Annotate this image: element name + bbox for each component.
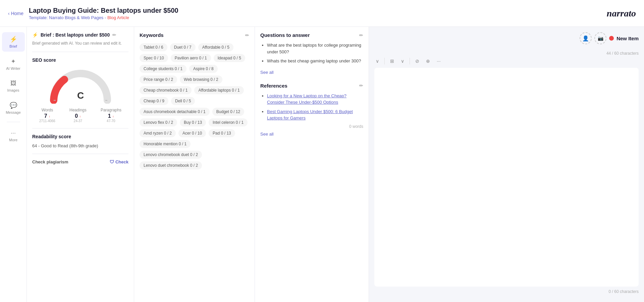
headings-arrow: ↑ — [79, 115, 81, 118]
check-plagiarism-button[interactable]: 🛡 Check — [110, 159, 128, 164]
references-edit-icon[interactable]: ✏ — [359, 83, 363, 88]
readability-title: Readability score — [32, 134, 128, 139]
brief-title: Brief : Best laptops under $500 — [41, 32, 110, 38]
keywords-panel-header: Keywords ✏ — [140, 32, 249, 38]
keyword-tag: Web browsing 0 / 2 — [180, 76, 222, 84]
sidebar: ⚡ Brief ✦ AI Writer 🖼 Images 💬 Message ·… — [0, 27, 27, 302]
camera-icon: 📷 — [598, 36, 603, 41]
qa-panel: Questions to answer ✏ What are the best … — [255, 27, 369, 302]
references-title: References — [260, 83, 287, 89]
keyword-tag: Lenovo duet chromebook 0 / 2 — [140, 161, 202, 169]
template-name[interactable]: Narrato Blogs & Web Pages — [49, 15, 103, 20]
header-left: ‹ Home Laptop Buying Guide: Best laptops… — [8, 7, 178, 20]
sidebar-item-images[interactable]: 🖼 Images — [2, 77, 25, 96]
camera-icon-circle[interactable]: 📷 — [594, 32, 606, 44]
readability-section: Readability score 64 - Good to Read (8th… — [32, 128, 128, 148]
metric-headings-value: 0 ↑ — [69, 113, 87, 119]
keyword-tag: Buy 0 / 13 — [180, 118, 206, 127]
keyword-tag: Aspire 0 / 8 — [189, 65, 218, 73]
keyword-tag: Intel celeron 0 / 1 — [209, 118, 248, 127]
keyword-tag: Tablet 0 / 6 — [140, 43, 167, 51]
questions-edit-icon[interactable]: ✏ — [359, 33, 363, 38]
format-divider2 — [410, 58, 410, 64]
references-see-all[interactable]: See all — [260, 132, 274, 137]
reference-link-1[interactable]: Looking for a New Laptop on the Cheap? C… — [267, 93, 346, 105]
sidebar-item-brief[interactable]: ⚡ Brief — [2, 32, 25, 52]
keyword-tag: Asus chromebook detachable 0 / 1 — [140, 108, 210, 116]
new-item-label: New Item — [616, 36, 639, 41]
add-btn[interactable]: ⊕ — [425, 57, 431, 65]
metric-paragraphs-label: Paragraphs — [101, 108, 121, 112]
list-item: Looking for a New Laptop on the Cheap? C… — [267, 93, 363, 106]
keyword-tag: Cheap chromebook 0 / 1 — [140, 86, 192, 94]
editor-format-bar: ∨ ⊞ ∨ ⊘ ⊕ ··· — [374, 57, 639, 65]
brief-lightning-icon: ⚡ — [32, 32, 38, 38]
main-layout: ⚡ Brief ✦ AI Writer 🖼 Images 💬 Message ·… — [0, 27, 644, 302]
new-item-button[interactable]: New Item — [609, 36, 639, 41]
keyword-tag: Cheap 0 / 9 — [140, 97, 168, 105]
metric-words: Words 7 ↑ 2711-4066 — [39, 108, 55, 123]
questions-see-all[interactable]: See all — [260, 70, 274, 75]
plagiarism-label: Check plagiarism — [32, 159, 68, 164]
editor-panel: 👤 📷 New Item 44 / 60 characters ∨ ⊞ ∨ ⊘ … — [369, 27, 644, 302]
person-add-icon: 👤 — [582, 35, 589, 42]
list-item: What are the best laptops for college pr… — [267, 42, 363, 55]
sidebar-label-brief: Brief — [9, 44, 17, 48]
message-icon: 💬 — [10, 102, 17, 109]
ai-writer-icon: ✦ — [11, 58, 16, 65]
chevron-left-icon: ‹ — [8, 11, 10, 16]
readability-text: 64 - Good to Read (8th-9th grade) — [32, 143, 128, 148]
keyword-tag: Acer 0 / 10 — [178, 129, 206, 137]
gauge-svg: C — [47, 67, 114, 104]
add-icon-circle[interactable]: 👤 — [580, 32, 592, 44]
keyword-tag: Dell 0 / 5 — [171, 97, 195, 105]
more-icon: ··· — [11, 130, 16, 137]
narrato-logo: narrato — [607, 8, 636, 19]
keyword-tag: Budget 0 / 12 — [212, 108, 244, 116]
images-icon: 🖼 — [10, 80, 16, 87]
table-btn[interactable]: ⊞ — [389, 57, 395, 65]
sidebar-item-more[interactable]: ··· More — [2, 126, 25, 145]
seo-panel: ⚡ Brief : Best laptops under $500 ✏ Brie… — [27, 27, 134, 302]
home-link[interactable]: ‹ Home — [8, 11, 23, 16]
lightning-icon: ⚡ — [10, 36, 17, 43]
references-header: References ✏ — [260, 83, 363, 89]
keywords-edit-icon[interactable]: ✏ — [245, 33, 249, 38]
metric-words-value: 7 ↑ — [39, 113, 55, 119]
keyword-tag: Pavilion aero 0 / 1 — [171, 54, 211, 62]
chevron-down-btn[interactable]: ∨ — [374, 57, 380, 65]
editor-content-area[interactable] — [374, 68, 639, 287]
keyword-tag: Amd ryzen 0 / 2 — [140, 129, 176, 137]
reference-link-2[interactable]: Best Gaming Laptops Under $500: 6 Budget… — [267, 109, 353, 121]
keyword-tag: Pad 0 / 13 — [209, 129, 235, 137]
sidebar-item-ai-writer[interactable]: ✦ AI Writer — [2, 54, 25, 74]
brief-edit-icon[interactable]: ✏ — [112, 32, 116, 38]
seo-score-section: SEO score C Words 7 ↑ — [32, 57, 128, 123]
keyword-tag: Honorable mention 0 / 1 — [140, 140, 191, 148]
more-options-btn[interactable]: ··· — [435, 57, 442, 65]
template-prefix: Template: — [29, 15, 48, 20]
words-arrow: ↑ — [49, 115, 50, 118]
keyword-tag: Price range 0 / 2 — [140, 76, 177, 84]
words-count: 0 words — [260, 124, 363, 129]
metric-headings-label: Headings — [69, 108, 87, 112]
sidebar-label-message: Message — [6, 110, 21, 114]
sidebar-label-ai-writer: AI Writer — [6, 66, 20, 70]
keyword-tag: College students 0 / 1 — [140, 65, 186, 73]
keyword-tag: Lenovo flex 0 / 2 — [140, 118, 177, 127]
template-type-link[interactable]: Blog Article — [107, 15, 129, 20]
char-count-bottom: 0 / 60 characters — [374, 287, 639, 297]
char-count-top: 44 / 60 characters — [374, 50, 639, 57]
gauge-container: C — [32, 67, 128, 104]
seo-score-title: SEO score — [32, 57, 128, 63]
format-divider — [384, 58, 385, 64]
metric-paragraphs: Paragraphs 1 ↑ 47-70 — [101, 108, 121, 123]
editor-toolbar-top: 👤 📷 New Item — [374, 32, 639, 44]
template-dash: - — [105, 15, 107, 20]
metric-words-range: 2711-4066 — [39, 119, 55, 123]
chevron-down-btn2[interactable]: ∨ — [399, 57, 406, 65]
metric-paragraphs-range: 47-70 — [101, 119, 121, 123]
references-section: References ✏ Looking for a New Laptop on… — [260, 83, 363, 137]
strikethrough-btn[interactable]: ⊘ — [414, 57, 421, 65]
sidebar-item-message[interactable]: 💬 Message — [2, 98, 25, 118]
